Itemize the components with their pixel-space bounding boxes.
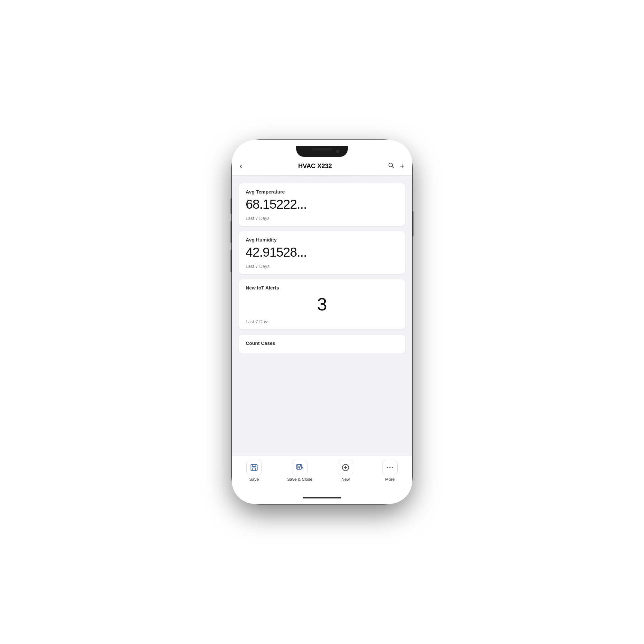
back-button[interactable]: ‹ <box>240 161 242 171</box>
new-iot-alerts-sublabel: Last 7 Days <box>246 319 398 324</box>
screen: ‹ HVAC X232 + Avg Temperature 68.15222..… <box>232 140 412 504</box>
svg-rect-3 <box>253 468 256 471</box>
avg-humidity-sublabel: Last 7 Days <box>246 264 398 269</box>
more-icon-wrap <box>382 460 398 475</box>
nav-actions: + <box>388 162 404 171</box>
page-title: HVAC X232 <box>298 162 332 170</box>
new-icon-wrap <box>338 460 353 475</box>
svg-line-1 <box>392 166 394 168</box>
avg-humidity-label: Avg Humidity <box>246 237 398 242</box>
save-label: Save <box>249 477 259 482</box>
save-button[interactable]: Save <box>243 460 265 482</box>
notch <box>296 146 348 157</box>
home-bar <box>303 497 341 498</box>
more-button[interactable]: More <box>379 460 401 482</box>
more-icon <box>386 463 394 472</box>
avg-temperature-label: Avg Temperature <box>246 189 398 194</box>
scroll-area: Avg Temperature 68.15222... Last 7 Days … <box>232 176 412 456</box>
bottom-toolbar: Save Save & Close <box>232 456 412 491</box>
more-label: More <box>385 477 395 482</box>
svg-rect-5 <box>298 467 300 469</box>
search-icon[interactable] <box>388 162 394 170</box>
avg-temperature-card[interactable]: Avg Temperature 68.15222... Last 7 Days <box>238 183 406 226</box>
svg-rect-2 <box>251 464 257 471</box>
svg-point-11 <box>392 467 393 468</box>
home-indicator <box>232 491 412 504</box>
new-iot-alerts-card[interactable]: New IoT Alerts 3 Last 7 Days <box>238 279 406 330</box>
save-close-icon-wrap <box>292 460 308 475</box>
svg-point-10 <box>389 467 391 468</box>
nav-bar: ‹ HVAC X232 + <box>232 157 412 175</box>
new-icon <box>341 463 350 472</box>
add-icon[interactable]: + <box>400 162 404 171</box>
count-cases-card[interactable]: Count Cases <box>238 334 406 354</box>
avg-humidity-card[interactable]: Avg Humidity 42.91528... Last 7 Days <box>238 231 406 274</box>
speaker <box>312 148 332 150</box>
avg-temperature-value: 68.15222... <box>246 197 398 211</box>
avg-humidity-value: 42.91528... <box>246 245 398 259</box>
save-close-button[interactable]: Save & Close <box>287 460 313 482</box>
phone-device: ‹ HVAC X232 + Avg Temperature 68.15222..… <box>232 140 412 504</box>
new-label: New <box>341 477 350 482</box>
save-close-icon <box>296 463 304 472</box>
save-close-label: Save & Close <box>287 477 313 482</box>
svg-point-9 <box>387 467 388 468</box>
front-camera <box>336 150 339 153</box>
save-icon <box>250 463 258 472</box>
count-cases-label: Count Cases <box>246 340 398 346</box>
avg-temperature-sublabel: Last 7 Days <box>246 216 398 221</box>
new-iot-alerts-value: 3 <box>246 294 398 315</box>
save-icon-wrap <box>246 460 262 475</box>
new-iot-alerts-label: New IoT Alerts <box>246 285 398 290</box>
new-button[interactable]: New <box>334 460 357 482</box>
